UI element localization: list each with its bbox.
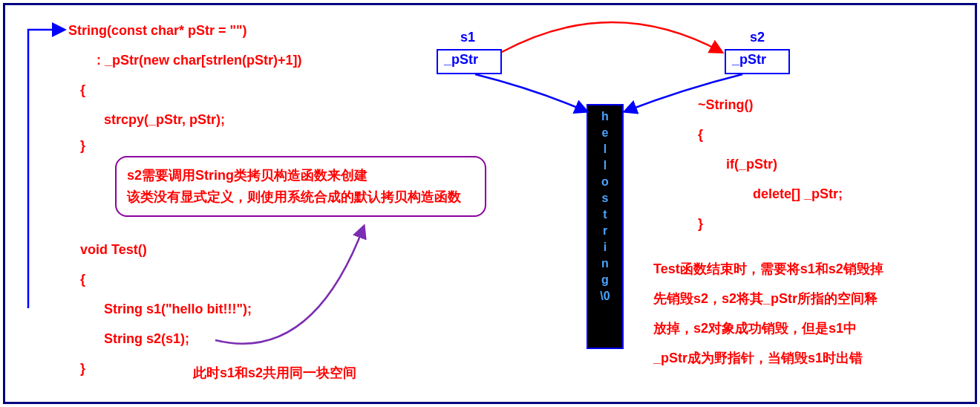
callout-line-1: s2需要调用String类拷贝构造函数来创建 xyxy=(127,165,474,186)
note-destroy-3: 放掉，s2对象成功销毁，但是s1中 xyxy=(653,319,857,337)
dtor-signature: ~String() xyxy=(698,97,754,114)
memory-block: h e l l o s t r i n g \0 xyxy=(587,104,624,349)
note-destroy-4: _pStr成为野指针，当销毁s1时出错 xyxy=(653,349,863,367)
ctor-open-brace: { xyxy=(80,82,85,99)
callout-box: s2需要调用String类拷贝构造函数来创建 该类没有显式定义，则使用系统合成的… xyxy=(115,156,486,217)
dtor-body: delete[] _pStr; xyxy=(753,186,843,203)
mem-char: g xyxy=(588,272,622,288)
s1-label: s1 xyxy=(460,30,475,45)
mem-char: s xyxy=(588,190,622,206)
s2-box: _pStr xyxy=(725,49,790,74)
note-destroy-2: 先销毁s2，s2将其_pStr所指的空间释 xyxy=(653,290,878,307)
mem-char: e xyxy=(588,125,622,141)
s1-box-text: _pStr xyxy=(438,51,500,69)
dtor-open-brace: { xyxy=(698,126,703,143)
note-shared-space: 此时s1和s2共用同一块空间 xyxy=(193,364,356,382)
test-s1-line: String s1("hello bit!!!"); xyxy=(104,301,252,318)
test-signature: void Test() xyxy=(80,241,147,258)
ctor-body: strcpy(_pStr, pStr); xyxy=(104,111,225,128)
callout-line-2: 该类没有显式定义，则使用系统合成的默认拷贝构造函数 xyxy=(127,186,474,208)
ctor-signature: String(const char* pStr = "") xyxy=(68,22,247,39)
note-destroy-1: Test函数结束时，需要将s1和s2销毁掉 xyxy=(653,260,883,278)
mem-char: n xyxy=(588,255,622,272)
mem-char: l xyxy=(588,157,622,174)
mem-char: \0 xyxy=(588,288,622,305)
s2-box-text: _pStr xyxy=(726,51,788,69)
test-open-brace: { xyxy=(80,271,85,288)
mem-char: h xyxy=(588,108,622,125)
mem-char: i xyxy=(588,239,622,255)
test-s2-line: String s2(s1); xyxy=(104,331,189,348)
test-close-brace: } xyxy=(80,360,85,377)
dtor-close-brace: } xyxy=(698,215,703,232)
s2-label: s2 xyxy=(750,30,765,45)
ctor-init: : _pStr(new char[strlen(pStr)+1]) xyxy=(97,52,302,69)
ctor-close-brace: } xyxy=(80,137,85,154)
mem-char: o xyxy=(588,174,622,190)
s1-box: _pStr xyxy=(437,49,502,74)
mem-char: l xyxy=(588,141,622,157)
mem-char: r xyxy=(588,223,622,239)
dtor-cond: if(_pStr) xyxy=(726,156,777,173)
mem-char: t xyxy=(588,206,622,223)
